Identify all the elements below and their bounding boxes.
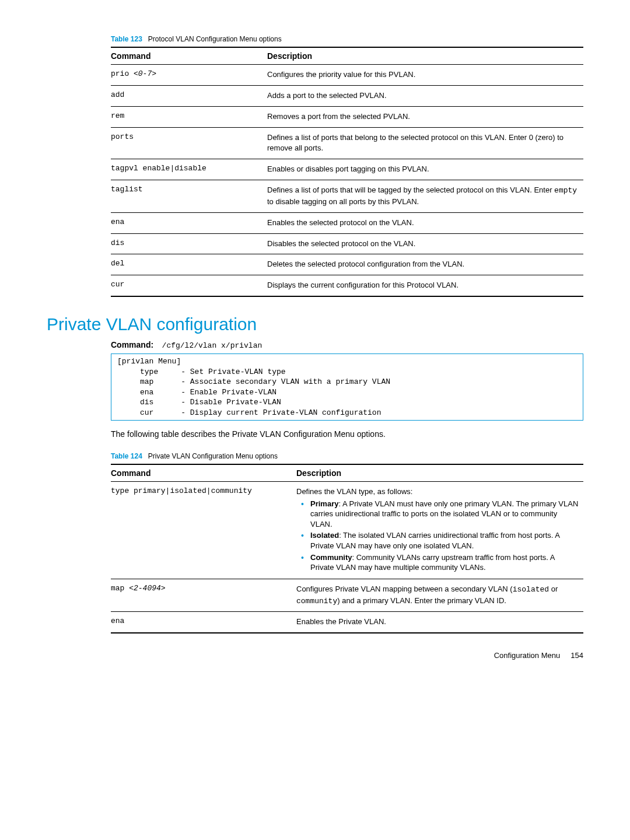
table-row: ena Enables the Private VLAN.: [111, 612, 583, 633]
table-row: add Adds a port to the selected PVLAN.: [111, 85, 583, 106]
intro-paragraph: The following table describes the Privat…: [111, 429, 583, 440]
menu-box: [privlan Menu] type - Set Private-VLAN t…: [111, 354, 583, 421]
table-row: cur Displays the current configuration f…: [111, 275, 583, 296]
table123-cmd: prio <0-7>: [111, 65, 267, 86]
table124-caption-label: Table 124: [111, 452, 142, 460]
table123-desc: Defines a list of ports that will be tag…: [267, 180, 583, 213]
table124-caption: Table 124 Private VLAN Configuration Men…: [111, 452, 583, 460]
table-row: map <2-4094> Configures Private VLAN map…: [111, 579, 583, 612]
command-label: Command:: [111, 340, 153, 349]
table123-cmd: add: [111, 85, 267, 106]
section-title: Private VLAN configuration: [47, 314, 583, 334]
table124-header-command: Command: [111, 464, 296, 482]
table-row: dis Disables the selected protocol on th…: [111, 233, 583, 254]
command-value: /cfg/l2/vlan x/privlan: [162, 341, 262, 350]
table123-cmd: rem: [111, 106, 267, 127]
table123: Command Description prio <0-7> Configure…: [111, 47, 583, 297]
list-item: Primary: A Private VLAN must have only o…: [310, 499, 579, 530]
table123-caption-title: Protocol VLAN Configuration Menu options: [148, 35, 282, 43]
table123-cmd: del: [111, 254, 267, 275]
table123-desc: Displays the current configuration for t…: [267, 275, 583, 296]
table123-desc: Defines a list of ports that belong to t…: [267, 127, 583, 159]
footer-text: Configuration Menu: [494, 651, 560, 660]
table123-header-command: Command: [111, 47, 267, 65]
table123-cmd: ports: [111, 127, 267, 159]
table123-desc: Configures the priority value for this P…: [267, 65, 583, 86]
table123-caption-label: Table 123: [111, 35, 142, 43]
table124-cmd-type: type primary|isolated|community: [111, 482, 296, 579]
table-row: ena Enables the selected protocol on the…: [111, 212, 583, 233]
table-row: taglist Defines a list of ports that wil…: [111, 180, 583, 213]
table124-block: Table 124 Private VLAN Configuration Men…: [111, 452, 583, 634]
table123-desc: Deletes the selected protocol configurat…: [267, 254, 583, 275]
table-row: del Deletes the selected protocol config…: [111, 254, 583, 275]
table123-block: Table 123 Protocol VLAN Configuration Me…: [111, 35, 583, 297]
table123-cmd: tagpvl enable|disable: [111, 159, 267, 180]
table123-desc: Removes a port from the selected PVLAN.: [267, 106, 583, 127]
table123-cmd: ena: [111, 212, 267, 233]
table-row: ports Defines a list of ports that belon…: [111, 127, 583, 159]
table124-caption-title: Private VLAN Configuration Menu options: [148, 452, 278, 460]
list-item: Isolated: The isolated VLAN carries unid…: [310, 530, 579, 551]
table-row: rem Removes a port from the selected PVL…: [111, 106, 583, 127]
table-row: type primary|isolated|community Defines …: [111, 482, 583, 579]
table123-cmd: dis: [111, 233, 267, 254]
table124-desc-ena: Enables the Private VLAN.: [296, 612, 583, 633]
table123-header-description: Description: [267, 47, 583, 65]
table124-header-description: Description: [296, 464, 583, 482]
table-row: tagpvl enable|disable Enables or disable…: [111, 159, 583, 180]
type-bullets: Primary: A Private VLAN must have only o…: [296, 499, 579, 573]
command-line: Command: /cfg/l2/vlan x/privlan: [111, 340, 583, 350]
table123-desc: Adds a port to the selected PVLAN.: [267, 85, 583, 106]
table-row: prio <0-7> Configures the priority value…: [111, 65, 583, 86]
footer-page: 154: [570, 651, 583, 660]
table123-desc: Enables or disables port tagging on this…: [267, 159, 583, 180]
list-item: Community: Community VLANs carry upstrea…: [310, 552, 579, 573]
table123-desc: Disables the selected protocol on the VL…: [267, 233, 583, 254]
table124-desc-map: Configures Private VLAN mapping between …: [296, 579, 583, 612]
page-footer: Configuration Menu 154: [47, 651, 583, 660]
table123-cmd: taglist: [111, 180, 267, 213]
table123-cmd: cur: [111, 275, 267, 296]
table124-cmd-map: map <2-4094>: [111, 579, 296, 612]
table124-cmd-ena: ena: [111, 612, 296, 633]
table123-desc: Enables the selected protocol on the VLA…: [267, 212, 583, 233]
table124-desc-type: Defines the VLAN type, as follows: Prima…: [296, 482, 583, 579]
table124: Command Description type primary|isolate…: [111, 464, 583, 634]
table123-caption: Table 123 Protocol VLAN Configuration Me…: [111, 35, 583, 43]
